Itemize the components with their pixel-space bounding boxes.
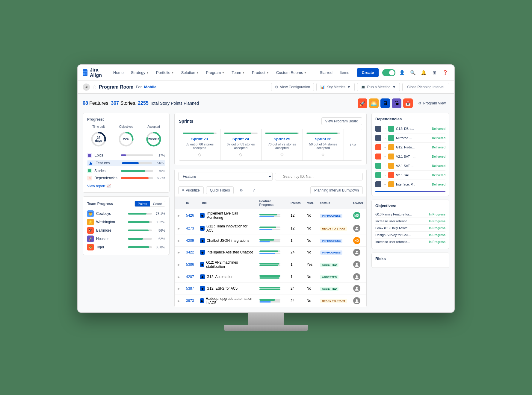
sprints-header: Sprints View Program Board bbox=[179, 117, 362, 125]
feature-id-3422[interactable]: 3422 bbox=[186, 250, 194, 254]
nav-icon-group: 👤 🔍 🔔 ⊞ ❓ ⚙ U bbox=[382, 69, 455, 77]
owner-3973 bbox=[353, 297, 360, 304]
key-metrics-button[interactable]: 📊 Key Metrics ▼ bbox=[316, 83, 355, 91]
team-icon-3[interactable]: 🖥 bbox=[380, 98, 390, 108]
status-4273: READY TO START bbox=[320, 227, 347, 231]
row-expand-5[interactable]: ▶ bbox=[178, 263, 180, 266]
meeting-icon: 💻 bbox=[361, 85, 365, 89]
feature-id-4273[interactable]: 4273 bbox=[186, 226, 194, 230]
user-icon[interactable]: 👤 bbox=[398, 69, 406, 77]
team-icon-5[interactable]: 📅 bbox=[403, 98, 413, 108]
nav-home[interactable]: Home bbox=[110, 69, 127, 77]
table-row: ▶ 4273 ◆ G12 : Team innovation for AC5 bbox=[175, 222, 366, 235]
team-icon-4[interactable]: 🌤 bbox=[392, 98, 401, 108]
feature-id-3973[interactable]: 3973 bbox=[186, 299, 194, 303]
nav-custom-rooms[interactable]: Custom Rooms ▼ bbox=[273, 69, 310, 77]
run-meeting-button[interactable]: 💻 Run a Meeting ▼ bbox=[357, 83, 400, 91]
settings-icon[interactable]: ⚙ bbox=[452, 69, 455, 77]
dep-row-6: → V2.1 SAT ... Delivered bbox=[375, 171, 445, 180]
nav-product[interactable]: Product ▼ bbox=[249, 69, 272, 77]
svg-point-16 bbox=[356, 275, 358, 277]
close-planning-interval-button[interactable]: Close Planning Interval bbox=[402, 83, 449, 91]
owner-3422 bbox=[353, 249, 360, 256]
dep-to-icon-1 bbox=[388, 126, 394, 132]
feature-id-5426[interactable]: 5426 bbox=[186, 213, 194, 218]
bell-icon[interactable]: 🔔 bbox=[419, 69, 428, 77]
feature-filter-select[interactable]: Feature bbox=[178, 172, 273, 181]
points-3422: 24 bbox=[288, 247, 304, 258]
feature-id-5387[interactable]: 5387 bbox=[186, 286, 194, 291]
row-expand-1[interactable]: ▶ bbox=[178, 214, 180, 217]
collapse-sidebar-button[interactable]: ◀ bbox=[83, 83, 90, 91]
quick-filters-button[interactable]: Quick Filters bbox=[206, 186, 234, 194]
sprint-23-bar bbox=[183, 133, 217, 134]
row-expand-3[interactable]: ▶ bbox=[178, 239, 180, 242]
row-expand-8[interactable]: ▶ bbox=[178, 299, 180, 303]
team-icon-2[interactable]: 🌅 bbox=[369, 98, 379, 108]
feature-id-4207[interactable]: 4207 bbox=[186, 275, 194, 279]
houston-pct: 62% bbox=[154, 237, 165, 241]
search-icon[interactable]: 🔍 bbox=[409, 69, 417, 77]
logo-area[interactable]: Jira Align bbox=[83, 67, 104, 78]
features-table-header: ID Title Feature Progress Points MMF Sta… bbox=[175, 197, 366, 209]
tab-count[interactable]: Count bbox=[150, 201, 165, 206]
view-report-link[interactable]: View report 📈 bbox=[87, 184, 165, 188]
row-expand-6[interactable]: ▶ bbox=[178, 275, 180, 279]
logo-icon bbox=[83, 69, 87, 76]
nav-team[interactable]: Team ▼ bbox=[229, 69, 248, 77]
progress-fill2-5387 bbox=[259, 289, 280, 290]
settings-filter-button[interactable]: ⚙ bbox=[236, 187, 247, 194]
objectives-value: 27% bbox=[123, 138, 129, 141]
feature-icon-4: ◆ bbox=[200, 250, 205, 255]
feature-search-input[interactable] bbox=[275, 173, 363, 180]
nav-program[interactable]: Program ▼ bbox=[203, 69, 228, 77]
feature-id-4209[interactable]: 4209 bbox=[186, 238, 194, 243]
tab-group: Points Count bbox=[134, 201, 165, 207]
mmf-4207: No bbox=[304, 271, 317, 283]
obj-status-5: In Progress bbox=[429, 240, 445, 244]
burndown-button[interactable]: Planning Interval BurnDown bbox=[310, 186, 363, 194]
create-button[interactable]: Create bbox=[357, 68, 379, 77]
nav-portfolio[interactable]: Portfolio ▼ bbox=[153, 69, 177, 77]
dep-name-3: G12: Hado... bbox=[396, 145, 430, 149]
feature-title-3973: Hadoop: upgrade automation in AC5 bbox=[206, 297, 253, 305]
progress-fill-4273 bbox=[259, 227, 276, 228]
feature-id-5386[interactable]: 5386 bbox=[186, 262, 194, 267]
grid-icon[interactable]: ⊞ bbox=[430, 69, 439, 77]
favorite-icon[interactable]: ☆ bbox=[92, 84, 96, 90]
nav-items[interactable]: Items bbox=[337, 69, 352, 77]
dep-name-4: V2.1 SAT - ... bbox=[396, 155, 430, 158]
view-program-board-button[interactable]: View Program Board bbox=[321, 117, 362, 125]
sprints-grid: Sprint 23 55 out of 60 stories accepted … bbox=[179, 129, 362, 161]
points-5386: 1 bbox=[288, 258, 304, 271]
page-subtitle-name: Mobile bbox=[144, 85, 156, 89]
sprint-23-icon: ◇ bbox=[183, 152, 217, 157]
mmf-5387: No bbox=[304, 283, 317, 294]
program-view-button[interactable]: ⚙ Program View bbox=[415, 99, 449, 107]
row-expand-7[interactable]: ▶ bbox=[178, 287, 180, 290]
expand-button[interactable]: ⤢ bbox=[249, 187, 259, 194]
row-expand-2[interactable]: ▶ bbox=[178, 227, 180, 230]
nav-solution[interactable]: Solution ▼ bbox=[178, 69, 202, 77]
col-owner: Owner bbox=[350, 197, 366, 209]
view-configuration-button[interactable]: ⚙ View Configuration bbox=[271, 83, 314, 91]
dep-from-icon-6 bbox=[375, 172, 381, 178]
features-icon bbox=[88, 161, 93, 165]
row-expand-4[interactable]: ▶ bbox=[178, 251, 180, 254]
sprint-24-stories: 67 out of 83 stories accepted bbox=[224, 142, 258, 150]
team-icon-1[interactable]: 🚀 bbox=[358, 98, 367, 108]
help-icon[interactable]: ❓ bbox=[441, 69, 449, 77]
nav-starred[interactable]: Starred bbox=[317, 69, 335, 77]
sprint-25-bar bbox=[265, 133, 299, 134]
progress-bar-3422 bbox=[259, 250, 280, 252]
obj-status-4: In Progress bbox=[429, 233, 445, 237]
tab-points[interactable]: Points bbox=[135, 201, 150, 206]
obj-name-1: G13 Family Feature for... bbox=[375, 212, 427, 216]
toggle-button[interactable] bbox=[382, 69, 395, 76]
nav-strategy[interactable]: Strategy ▼ bbox=[128, 69, 152, 77]
run-meeting-label: Run a Meeting bbox=[367, 85, 391, 89]
prioritize-button[interactable]: ≡ Prioritize bbox=[178, 186, 204, 194]
team-row-washington: ⭐ Washington 90.2% bbox=[87, 219, 165, 225]
points-label: Total Story Points Planned bbox=[150, 101, 199, 106]
progress-bar2-4207 bbox=[259, 277, 280, 279]
